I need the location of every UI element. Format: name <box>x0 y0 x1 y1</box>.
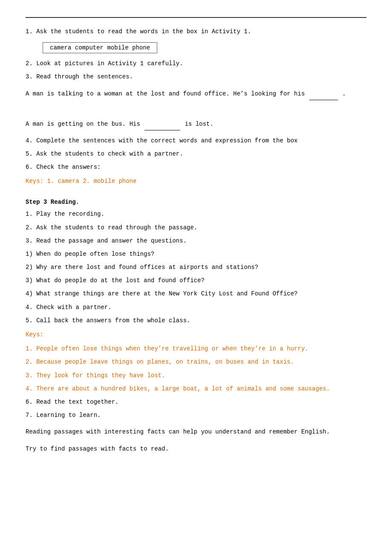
step3-item7: 7. Learning to learn. <box>26 410 366 421</box>
blank2 <box>144 118 180 130</box>
step3-q2: 2) Why are there lost and found offices … <box>26 262 366 273</box>
step3-item3: 3. Read the passage and answer the quest… <box>26 236 366 246</box>
spacer2 <box>26 190 366 194</box>
step2-item6: 6. Check the answers: <box>26 162 366 173</box>
step2-item3: 3. Read through the sentences. <box>26 72 366 82</box>
step3-answer4: 4. There are about a hundred bikes, a la… <box>26 384 366 394</box>
top-border <box>26 17 366 18</box>
sentence2: A man is getting on the bus. His is lost… <box>26 118 366 130</box>
step3-item2: 2. Ask the students to read through the … <box>26 223 366 233</box>
step3-q4: 4) What strange things are there at the … <box>26 289 366 299</box>
step3-para1: Reading passages with interesting facts … <box>26 426 366 438</box>
step3-keys-label: Keys: <box>26 330 366 340</box>
step3-item5: 5. Call back the answers from the whole … <box>26 315 366 326</box>
spacer1 <box>26 105 366 113</box>
vocab-box: camera computer mobile phone <box>43 42 157 53</box>
blank1 <box>309 88 338 100</box>
sentence1: A man is talking to a woman at the lost … <box>26 88 366 100</box>
step2-item5: 5. Ask the students to check with a part… <box>26 149 366 159</box>
step3-q1: 1) When do people often lose things? <box>26 249 366 260</box>
step3-answer2: 2. Because people leave things on planes… <box>26 357 366 367</box>
step2-item2: 2. Look at pictures in Activity 1 carefu… <box>26 58 366 69</box>
step3-item1: 1. Play the recording. <box>26 209 366 220</box>
step3-answer1: 1. People often lose things when they’re… <box>26 344 366 354</box>
step3-answer3: 3. They look for things they have lost. <box>26 370 366 381</box>
step3-heading: Step 3 Reading. <box>26 199 366 205</box>
step2-item1: 1. Ask the students to read the words in… <box>26 26 366 37</box>
step3-para2: Try to find passages with facts to read. <box>26 443 366 455</box>
step2-keys: Keys: 1. camera 2. mobile phone <box>26 176 366 187</box>
step2-item4: 4. Complete the sentences with the corre… <box>26 136 366 146</box>
step3-q3: 3) What do people do at the lost and fou… <box>26 275 366 286</box>
step3-item6: 6. Read the text together. <box>26 397 366 408</box>
step3-item4: 4. Check with a partner. <box>26 302 366 313</box>
